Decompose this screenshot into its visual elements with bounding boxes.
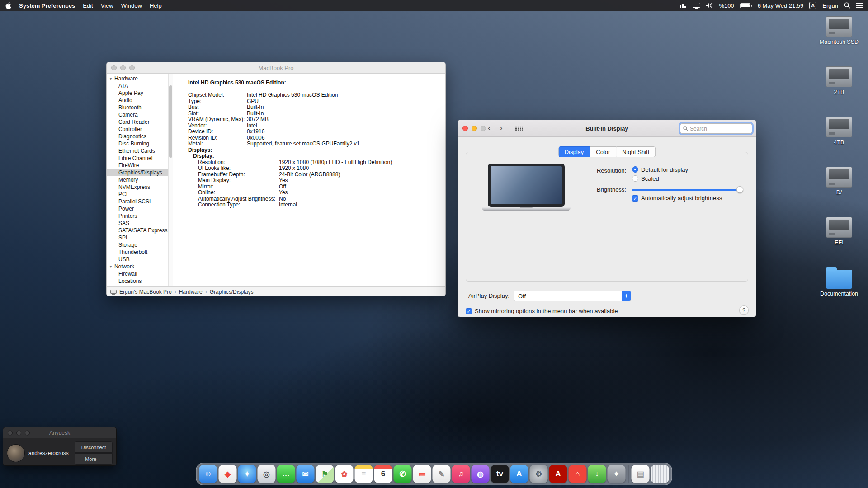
anydesk-titlebar[interactable]: Anydesk	[3, 427, 116, 438]
menubar-clock[interactable]: 6 May Wed 21:59	[758, 2, 804, 9]
scrollbar-thumb[interactable]	[169, 85, 172, 158]
tab-night-shift[interactable]: Night Shift	[616, 146, 656, 157]
dock-tv-icon[interactable]: tv	[491, 465, 509, 483]
sidebar-item-firewire[interactable]: FireWire	[107, 162, 173, 169]
minimize-button[interactable]	[120, 65, 126, 70]
desktop-icon-2tb[interactable]: 2TB	[826, 66, 852, 95]
battery-percentage[interactable]: %100	[719, 2, 734, 9]
dock-system-preferences-icon[interactable]: ⚙	[530, 465, 548, 483]
notification-center-icon[interactable]	[856, 3, 863, 8]
breadcrumb-item-hardware[interactable]: Hardware	[179, 289, 203, 295]
dock-anydesk-icon[interactable]: ◆	[219, 465, 237, 483]
sidebar-item-sas[interactable]: SAS	[107, 220, 173, 227]
spotlight-icon[interactable]	[844, 2, 850, 9]
dock-photos-icon[interactable]: ✿	[335, 465, 354, 483]
resolution-option-scaled[interactable]: Scaled	[632, 175, 688, 182]
sidebar-item-sata-sata-express[interactable]: SATA/SATA Express	[107, 227, 173, 234]
disconnect-button[interactable]: Disconnect	[75, 441, 113, 453]
sidebar-item-printers[interactable]: Printers	[107, 212, 173, 220]
sidebar-item-spi[interactable]: SPI	[107, 234, 173, 241]
sidebar-scrollbar[interactable]	[168, 74, 173, 286]
display-mirroring-icon[interactable]	[693, 3, 700, 9]
dock-trash-icon[interactable]	[651, 465, 669, 483]
minimize-button[interactable]	[16, 430, 21, 435]
sidebar-item-graphics-displays[interactable]: Graphics/Displays	[107, 169, 173, 176]
close-button[interactable]	[111, 65, 117, 70]
help-button[interactable]: ?	[739, 305, 749, 315]
sidebar-item-nvmexpress[interactable]: NVMExpress	[107, 183, 173, 191]
sidebar-item-diagnostics[interactable]: Diagnostics	[107, 133, 173, 140]
dock-anydesk-session-icon[interactable]: ⌂	[569, 465, 587, 483]
dock-finder-icon[interactable]: ☺	[199, 465, 217, 483]
dock-textedit-icon[interactable]: ✎	[433, 465, 451, 483]
tab-color[interactable]: Color	[590, 146, 616, 157]
auto-brightness-row[interactable]: Automatically adjust brightness	[632, 195, 722, 202]
forward-button[interactable]: ›	[500, 123, 502, 133]
sidebar-item-power[interactable]: Power	[107, 205, 173, 212]
dock-reminders-icon[interactable]: ≔	[413, 465, 431, 483]
menu-window[interactable]: Window	[121, 2, 142, 9]
sidebar-item-disc-burning[interactable]: Disc Burning	[107, 140, 173, 147]
desktop-icon-4tb[interactable]: 4TB	[826, 117, 852, 145]
system-information-titlebar[interactable]: MacBook Pro	[107, 62, 445, 74]
menu-system-preferences[interactable]: System Preferences	[19, 2, 75, 9]
more-button[interactable]: More ⌄	[75, 453, 113, 465]
mirroring-row[interactable]: Show mirroring options in the menu bar w…	[466, 308, 618, 314]
back-button[interactable]: ‹	[488, 123, 491, 133]
dock-mail-icon[interactable]: ✉	[297, 465, 315, 483]
desktop-icon-documentation[interactable]: Documentation	[820, 267, 858, 297]
dock-calendar-icon[interactable]: 6	[374, 465, 392, 483]
airplay-dropdown[interactable]: Off ▲▼	[514, 291, 631, 301]
sidebar-item-usb[interactable]: USB	[107, 256, 173, 263]
menubar-username[interactable]: Ergun	[822, 2, 838, 9]
dock-podcasts-icon[interactable]: ◍	[472, 465, 490, 483]
dock-facetime-icon[interactable]: ✆	[394, 465, 412, 483]
sidebar-item-ethernet-cards[interactable]: Ethernet Cards	[107, 147, 173, 155]
zoom-button[interactable]	[481, 126, 486, 131]
brightness-knob[interactable]	[736, 186, 743, 193]
sidebar-item-pci[interactable]: PCI	[107, 191, 173, 198]
dock-music-icon[interactable]: ♫	[452, 465, 470, 483]
dock-acrobat-icon[interactable]: A	[549, 465, 567, 483]
sidebar-item-firewall[interactable]: Firewall	[107, 270, 173, 277]
sidebar-item-volumes[interactable]: Volumes	[107, 285, 173, 286]
dock-maps-icon[interactable]: ⚑	[316, 465, 334, 483]
auto-brightness-checkbox[interactable]	[632, 195, 638, 202]
desktop-icon-d[interactable]: D/	[826, 167, 852, 196]
mirroring-checkbox[interactable]	[466, 308, 472, 314]
zoom-button[interactable]	[25, 430, 30, 435]
menu-help[interactable]: Help	[150, 2, 162, 9]
close-button[interactable]	[462, 126, 468, 131]
sidebar-item-memory[interactable]: Memory	[107, 176, 173, 183]
search-input[interactable]: Search	[680, 123, 752, 134]
sidebar-section-hardware[interactable]: ▼Hardware	[107, 75, 173, 82]
sidebar-item-card-reader[interactable]: Card Reader	[107, 118, 173, 126]
sidebar-section-network[interactable]: ▼Network	[107, 263, 173, 270]
menu-edit[interactable]: Edit	[83, 2, 93, 9]
sidebar-item-parallel-scsi[interactable]: Parallel SCSI	[107, 198, 173, 205]
desktop-icon-macintosh-ssd[interactable]: Macintosh SSD	[820, 16, 859, 45]
sidebar-item-ata[interactable]: ATA	[107, 82, 173, 89]
battery-icon[interactable]	[740, 3, 752, 8]
sidebar-item-storage[interactable]: Storage	[107, 241, 173, 249]
stats-icon[interactable]	[680, 3, 687, 8]
menu-view[interactable]: View	[101, 2, 113, 9]
breadcrumb-item-graphics-displays[interactable]: Graphics/Displays	[210, 289, 254, 295]
display-preferences-titlebar[interactable]: Built-in Display ‹ › Search	[458, 120, 756, 137]
volume-icon[interactable]	[706, 3, 713, 8]
minimize-button[interactable]	[472, 126, 477, 131]
sidebar-item-controller[interactable]: Controller	[107, 126, 173, 133]
sidebar-item-bluetooth[interactable]: Bluetooth	[107, 104, 173, 111]
zoom-button[interactable]	[129, 65, 135, 70]
dock-app-store-icon[interactable]: A	[510, 465, 528, 483]
input-source-icon[interactable]: A	[809, 2, 816, 9]
tab-display[interactable]: Display	[558, 146, 590, 157]
close-button[interactable]	[8, 430, 13, 435]
dock-messages-icon[interactable]: …	[277, 465, 295, 483]
desktop-icon-efi[interactable]: EFI	[826, 217, 852, 246]
dock-screenshot-icon[interactable]: ◎	[258, 465, 276, 483]
sidebar-item-camera[interactable]: Camera	[107, 111, 173, 118]
dock-utility-icon[interactable]: ⌖	[608, 465, 626, 483]
dock-notes-icon[interactable]: ≡	[355, 465, 373, 483]
sidebar-item-audio[interactable]: Audio	[107, 97, 173, 104]
